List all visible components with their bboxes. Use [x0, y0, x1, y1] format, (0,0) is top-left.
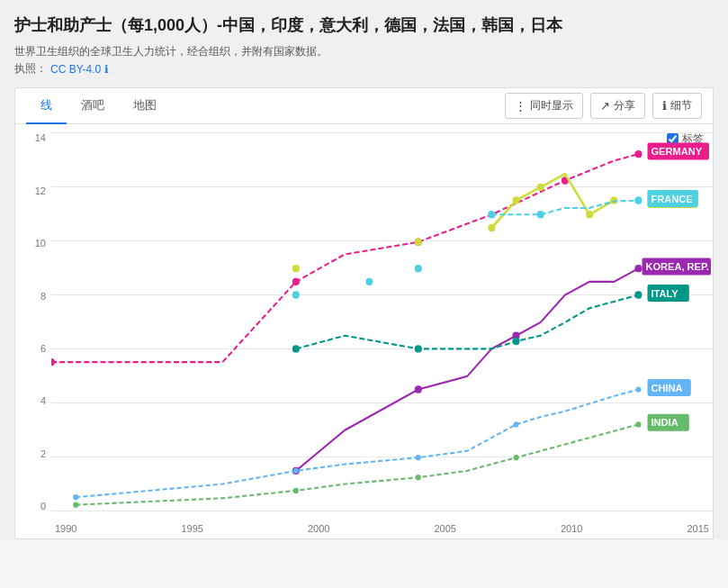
y-label-14: 14 — [35, 133, 46, 143]
tab-actions: ⋮ 同时显示 ↗ 分享 ℹ 细节 — [505, 93, 702, 119]
x-axis: 1990 1995 2000 2005 2010 2015 — [51, 523, 713, 534]
x-label-2000: 2000 — [308, 523, 329, 534]
china-dot-2005 — [416, 455, 421, 460]
china-dot-2000 — [293, 468, 299, 474]
korea-dot-2016 — [634, 265, 642, 272]
page-subtitle: 世界卫生组织的全球卫生人力统计，经合组织，并附有国家数据。 — [14, 44, 714, 59]
italy-dot-2005 — [415, 345, 422, 352]
x-label-1995: 1995 — [182, 523, 203, 534]
india-line — [76, 425, 638, 505]
y-label-2: 2 — [40, 449, 46, 459]
india-label: INDIA — [652, 417, 679, 428]
germany-dot-2016 — [634, 150, 642, 158]
italy-dot-2016 — [634, 292, 642, 299]
simultaneous-display-button[interactable]: ⋮ 同时显示 — [505, 93, 583, 119]
x-label-1990: 1990 — [55, 523, 76, 534]
y-label-8: 8 — [40, 292, 46, 302]
license-link[interactable]: CC BY-4.0 — [50, 63, 101, 76]
china-dot-2016 — [635, 387, 641, 393]
germany-label: GERMANY — [652, 146, 703, 157]
tab-line[interactable]: 线 — [26, 88, 67, 124]
simultaneous-display-label: 同时显示 — [530, 98, 573, 113]
china-dot-2010 — [513, 421, 518, 427]
y-label-0: 0 — [40, 502, 46, 511]
share-label: 分享 — [614, 98, 635, 113]
details-label: 细节 — [670, 98, 692, 113]
germany-dot-2000 — [292, 278, 300, 285]
france-dot-2005 — [415, 265, 422, 272]
japan-dot-2010 — [512, 197, 519, 204]
japan-dot-2012 — [537, 184, 544, 191]
italy-line — [296, 295, 639, 349]
italy-label: ITALY — [652, 288, 679, 299]
x-label-2010: 2010 — [561, 523, 582, 534]
france-label: FRANCE — [652, 194, 694, 204]
japan-dot-2005 — [415, 239, 422, 246]
india-dot-2016 — [635, 421, 641, 427]
japan-dot-2008 — [488, 224, 495, 231]
japan-dot-2000 — [292, 265, 300, 272]
japan-dot-2014 — [586, 211, 593, 218]
china-dot-1991 — [73, 494, 78, 500]
italy-dot-2000 — [292, 345, 300, 352]
tab-bar: 线 酒吧 地图 ⋮ 同时显示 ↗ 分享 ℹ 细节 — [15, 88, 713, 124]
korea-line — [296, 268, 639, 471]
germany-line — [51, 154, 638, 362]
details-icon: ℹ — [662, 99, 667, 113]
india-dot-2000 — [293, 488, 299, 493]
info-icon: ℹ — [104, 63, 109, 76]
france-dot-2003 — [365, 278, 373, 285]
tab-map[interactable]: 地图 — [119, 88, 171, 124]
france-dot-2016 — [634, 197, 642, 204]
korea-label: KOREA, REP. — [645, 261, 708, 272]
x-label-2005: 2005 — [435, 523, 456, 534]
chart-svg: GERMANY JAPAN FRANCE KOREA, REP. ITALY C… — [51, 133, 713, 511]
x-label-2015: 2015 — [688, 523, 709, 534]
chart-area: 标签 0 2 4 6 8 10 12 14 — [15, 124, 713, 538]
tab-list: 线 酒吧 地图 — [26, 88, 171, 123]
y-label-12: 12 — [35, 186, 46, 196]
page-title: 护士和助产士（每1,000人）-中国，印度，意大利，德国，法国，韩国，日本 — [14, 14, 714, 37]
y-label-4: 4 — [40, 396, 46, 406]
italy-dot-2010 — [512, 338, 519, 345]
share-icon: ↗ — [600, 99, 610, 113]
germany-dot-1990 — [51, 358, 55, 366]
korea-dot-2005 — [415, 386, 422, 394]
tab-bar-chart[interactable]: 酒吧 — [67, 88, 119, 124]
france-dot-2008 — [488, 211, 495, 218]
dots-icon: ⋮ — [515, 99, 526, 113]
china-line — [76, 390, 638, 498]
china-label: CHINA — [652, 383, 683, 394]
india-dot-2005 — [416, 475, 421, 480]
license-row: 执照： CC BY-4.0 ℹ — [14, 61, 714, 77]
japan-line — [491, 174, 614, 228]
india-dot-1991 — [73, 502, 78, 508]
details-button[interactable]: ℹ 细节 — [652, 93, 702, 119]
chart-container: 线 酒吧 地图 ⋮ 同时显示 ↗ 分享 ℹ 细节 — [14, 87, 714, 539]
y-label-6: 6 — [40, 344, 46, 354]
share-button[interactable]: ↗ 分享 — [590, 93, 645, 119]
india-dot-2010 — [513, 455, 518, 460]
y-label-10: 10 — [35, 239, 46, 249]
y-axis: 0 2 4 6 8 10 12 14 — [15, 133, 49, 511]
france-dot-2000 — [292, 292, 300, 299]
france-dot-2012 — [537, 211, 544, 218]
page-wrapper: 护士和助产士（每1,000人）-中国，印度，意大利，德国，法国，韩国，日本 世界… — [0, 0, 728, 539]
